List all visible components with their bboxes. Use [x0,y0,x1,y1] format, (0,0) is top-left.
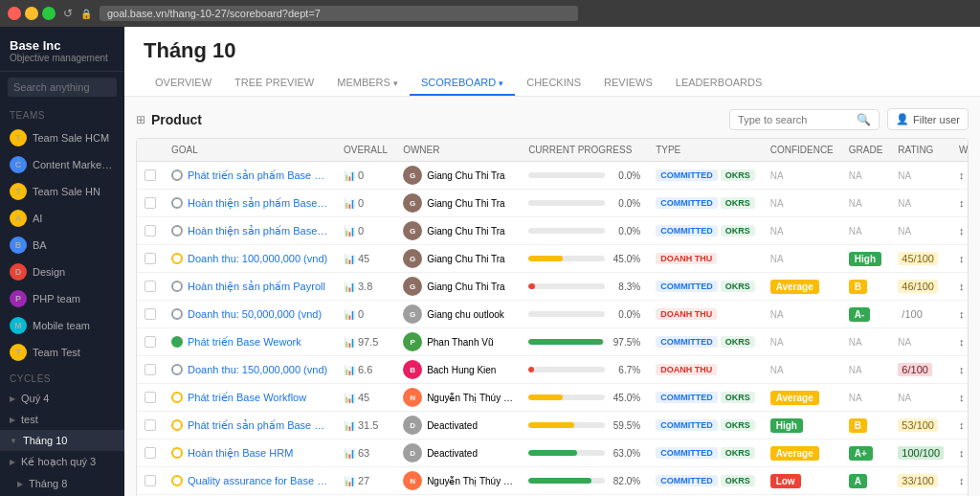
reload-icon[interactable]: ↺ [63,7,73,20]
sidebar-item-thang8[interactable]: ▶ Tháng 8 [0,473,124,494]
goal-name[interactable]: Doanh thu: 100,000,000 (vnd) [188,253,327,264]
avatar: A [10,210,27,227]
goal-name[interactable]: Hoàn thiện Base HRM [188,447,293,460]
table-search-input[interactable] [738,114,853,125]
progress-cell: 63.0% [528,448,640,459]
tab-scoreboard[interactable]: SCOREBOARD ▾ [410,71,515,96]
tab-overview[interactable]: OVERVIEW [144,71,223,96]
confidence-badge: Average [770,391,819,405]
goal-name[interactable]: Hoàn thiện sản phẩm Payroll [188,281,325,293]
sidebar-item-thang10[interactable]: ▼ Tháng 10 [0,430,124,451]
goal-name[interactable]: Phát triển sản phẩm Base Wework [188,419,328,432]
overall-value: 0 [358,169,364,181]
overall-value: 0 [358,225,364,237]
sidebar-item-label: Mobile team [33,320,115,331]
table-header-row: GOAL OVERALL OWNER CURRENT PROGRESS TYPE… [137,139,969,162]
progress-bar-bg [528,395,605,400]
close-button[interactable] [8,7,21,20]
row-checkbox[interactable] [145,364,156,375]
filter-user-button[interactable]: 👤 Filter user [887,108,969,130]
row-checkbox[interactable] [145,197,156,209]
tab-checkins[interactable]: CHECKINS [515,71,592,96]
weight-cell: ↕1 [959,364,969,375]
progress-cell: 0.0% [528,309,640,320]
weight-value: 1 [968,169,969,181]
sidebar: Base Inc Objective management TEAMS T Te… [0,27,124,496]
goal-name[interactable]: Phát triển Base Workflow [188,392,306,404]
owner-cell: BBach Hung Kien [403,360,513,379]
tab-members[interactable]: MEMBERS ▾ [325,71,410,96]
owner-name: Giang Chu Thi Tra [427,170,505,181]
goal-name[interactable]: Phát triển Base Wework [188,336,301,349]
type-badge-1: DOANH THU [656,308,717,320]
section-icon: ⊞ [136,113,145,126]
minimize-button[interactable] [25,7,38,20]
sidebar-item-ai[interactable]: A AI [0,205,124,232]
weight-cell: ↕1 [959,336,969,348]
row-checkbox[interactable] [145,419,156,431]
goal-name[interactable]: Hoàn thiện sản phẩm Base Checkin [188,225,328,237]
tab-reviews[interactable]: REVIEWS [592,71,664,96]
sidebar-item-design[interactable]: D Design [0,259,124,285]
sidebar-item-content-marketing[interactable]: C Content Marketing [0,151,124,178]
sidebar-item-team-sale-hn[interactable]: T Team Sale HN [0,178,124,205]
sidebar-item-mobile-team[interactable]: M Mobile team [0,312,124,339]
row-checkbox[interactable] [145,225,156,237]
bar-chart-icon: 📊 [344,365,355,375]
sidebar-item-php-team[interactable]: P PHP team [0,285,124,312]
type-badge-1: COMMITTED [656,392,718,403]
maximize-button[interactable] [42,7,56,20]
tab-tree-preview[interactable]: TREE PREVIEW [223,71,325,96]
tab-leaderboards[interactable]: LEADERBOARDS [664,71,773,96]
page-title: Tháng 10 [144,38,961,63]
type-cell: COMMITTEDOKRS [656,392,755,403]
sidebar-item-ba[interactable]: B BA [0,232,124,259]
row-checkbox[interactable] [145,253,156,264]
row-checkbox[interactable] [145,336,156,348]
goal-name[interactable]: Doanh thu: 50,000,000 (vnd) [188,308,322,320]
goal-name[interactable]: Doanh thu: 150,000,000 (vnd) [188,364,327,375]
type-badge-2: OKRS [721,197,755,209]
col-checkbox [137,139,164,162]
bar-chart-icon: 📊 [344,254,355,264]
sidebar-item-test[interactable]: ▶ test [0,409,124,430]
row-checkbox[interactable] [145,169,156,181]
browser-url[interactable]: goal.base.vn/thang-10-27/scoreboard?dept… [100,6,578,21]
bar-chart-icon: 📊 [344,170,355,181]
row-checkbox[interactable] [145,475,156,486]
bar-chart-icon: 📊 [344,337,355,348]
sidebar-item-label: Tháng 8 [29,478,115,489]
sidebar-item-quy4[interactable]: ▶ Quý 4 [0,388,124,409]
sidebar-item-ke-hoach-quy3[interactable]: ▶ Kế hoạch quý 3 [0,451,124,473]
rating-na: NA [898,393,911,403]
row-checkbox[interactable] [145,281,156,292]
overall-cell: 📊0 [344,169,388,181]
row-checkbox[interactable] [145,447,156,459]
browser-bar: ↺ 🔒 goal.base.vn/thang-10-27/scoreboard?… [0,0,980,27]
overall-value: 6.6 [358,364,372,375]
row-checkbox[interactable] [145,392,156,403]
rating-score: 33/100 [898,474,938,487]
goal-name[interactable]: Phát triển sản phẩm Base Workflow [188,169,328,182]
progress-pct: 63.0% [610,448,640,459]
confidence-na: NA [770,170,784,181]
goal-name[interactable]: Hoàn thiện sản phẩm Base Timesheet [188,197,328,210]
overall-cell: 📊6.6 [344,364,388,375]
goal-circle [171,253,183,264]
row-checkbox[interactable] [145,308,156,320]
overall-cell: 📊63 [344,447,388,459]
goal-name[interactable]: Quality assurance for Base HRM after imp… [188,475,328,486]
sort-icon: ↕ [959,197,965,209]
table-search-box[interactable]: 🔍 [729,109,880,130]
confidence-na: NA [770,337,784,348]
owner-name: Giang Chu Thi Tra [427,198,505,209]
owner-cell: GGiang chu outlook [403,304,513,324]
overall-cell: 📊27 [344,475,388,486]
progress-pct: 82.0% [610,476,640,486]
owner-name: Nguyễn Thị Thúy Hiền [427,393,513,403]
progress-bar-bg [528,228,605,234]
sidebar-item-team-sale-hcm[interactable]: T Team Sale HCM [0,124,124,151]
sidebar-item-team-test[interactable]: T Team Test [0,339,124,366]
type-badge-2: OKRS [721,225,755,237]
sidebar-search-input[interactable] [8,78,117,97]
